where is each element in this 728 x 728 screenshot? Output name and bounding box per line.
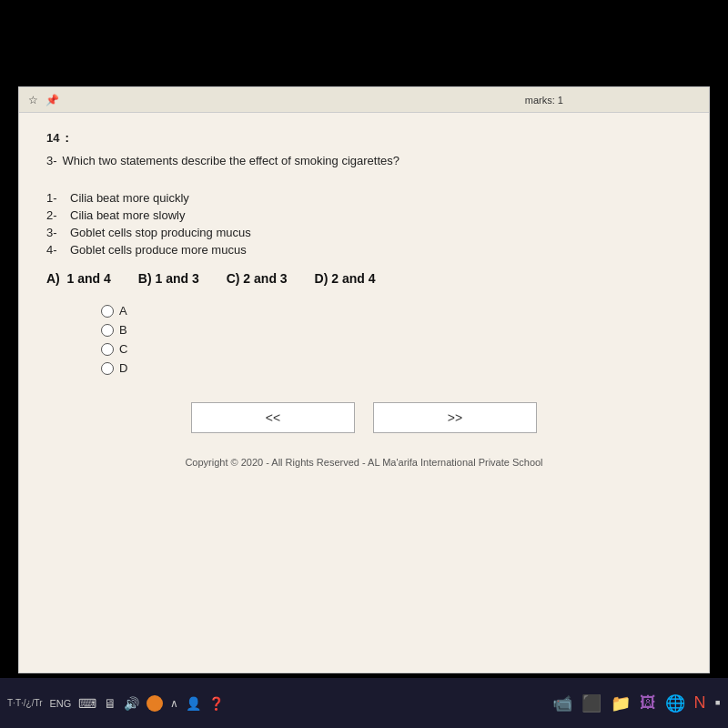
star-icon: ☆ — [28, 94, 38, 106]
help-icon: ❓ — [208, 696, 224, 711]
statement-2: 2- Cilia beat more slowly — [46, 208, 682, 222]
radio-circle-a[interactable] — [101, 305, 114, 318]
caret-icon: ∧ — [170, 697, 178, 710]
question-colon: : — [65, 131, 68, 145]
option-d-label: D) 2 and 4 — [315, 271, 376, 286]
statement-1: 1- Cilia beat more quickly — [46, 191, 682, 205]
prev-button[interactable]: << — [191, 402, 355, 433]
screen-container: ☆ 📌 marks: 1 14 : 3- Which two statement… — [18, 86, 710, 673]
option-a: A) 1 and 4 — [46, 271, 111, 286]
radio-label-d: D — [119, 361, 127, 375]
radio-circle-b[interactable] — [101, 324, 114, 337]
marks-label: marks: 1 — [525, 95, 563, 106]
video-icon: 📹 — [552, 693, 572, 713]
radio-d[interactable]: D — [101, 361, 682, 375]
circle-icon — [147, 695, 163, 712]
statements-list: 1- Cilia beat more quickly 2- Cilia beat… — [46, 191, 682, 257]
radio-c[interactable]: C — [101, 342, 682, 356]
person-icon: 👤 — [186, 696, 201, 711]
lang-indicator: ENG — [50, 698, 72, 709]
start-time: T·T·/¿/Tr — [7, 698, 43, 708]
radio-label-c: C — [119, 342, 127, 356]
option-d: D) 2 and 4 — [315, 271, 376, 286]
radio-circle-d[interactable] — [101, 362, 114, 375]
taskbar-right: 📹 ⬛ 📁 🖼 🌐 N ▪ — [552, 693, 721, 713]
option-a-label: A) 1 and 4 — [46, 271, 111, 286]
option-c: C) 2 and 3 — [227, 271, 288, 286]
question-header: 14 : — [46, 131, 682, 147]
statement-4-num: 4- — [46, 243, 65, 257]
taskbar: T·T·/¿/Tr ENG ⌨ 🖥 🔊 ∧ 👤 ❓ 📹 ⬛ 📁 🖼 🌐 N ▪ — [0, 678, 728, 728]
pin-icon: 📌 — [46, 94, 59, 106]
question-number: 14 — [46, 131, 59, 145]
radio-section: A B C D — [101, 304, 682, 375]
radio-circle-c[interactable] — [101, 343, 114, 356]
option-c-label: C) 2 and 3 — [227, 271, 288, 286]
radio-label-a: A — [119, 304, 127, 318]
statement-3: 3- Goblet cells stop producing mucus — [46, 226, 682, 239]
statement-3-text: Goblet cells stop producing mucus — [70, 226, 251, 239]
start-area: T·T·/¿/Tr — [7, 698, 43, 708]
top-bar: ☆ 📌 marks: 1 — [19, 87, 709, 113]
statement-4-text: Goblet cells produce more mucus — [70, 243, 247, 257]
option-b-label: B) 1 and 3 — [138, 271, 199, 286]
statement-1-num: 1- — [46, 191, 65, 205]
radio-b[interactable]: B — [101, 323, 682, 337]
copyright-text: Copyright © 2020 - All Rights Reserved -… — [46, 448, 682, 477]
statement-2-text: Cilia beat more slowly — [70, 208, 185, 222]
navigation-row: << >> — [46, 402, 682, 433]
top-bar-icons: ☆ 📌 — [28, 94, 59, 106]
next-button[interactable]: >> — [373, 402, 537, 433]
monitor-icon: 🖥 — [104, 696, 116, 711]
windows-icon: ⬛ — [581, 693, 602, 713]
image-icon: 🖼 — [640, 693, 656, 713]
netflix-icon: N — [694, 693, 706, 713]
extra-icon: ▪ — [715, 693, 721, 713]
edge-icon: 🌐 — [665, 693, 685, 713]
question-sub-number: 3- — [46, 154, 57, 167]
keyboard-icon: ⌨ — [78, 696, 96, 711]
statement-2-num: 2- — [46, 208, 65, 222]
answer-options-row: A) 1 and 4 B) 1 and 3 C) 2 and 3 D) 2 an… — [46, 271, 682, 286]
statement-1-text: Cilia beat more quickly — [70, 191, 189, 205]
folder-icon: 📁 — [611, 693, 631, 713]
question-text: Which two statements describe the effect… — [63, 154, 399, 167]
option-b: B) 1 and 3 — [138, 271, 199, 286]
main-content: 14 : 3- Which two statements describe th… — [19, 113, 709, 495]
radio-label-b: B — [119, 323, 127, 337]
radio-a[interactable]: A — [101, 304, 682, 318]
volume-icon: 🔊 — [124, 696, 139, 711]
statement-3-num: 3- — [46, 226, 65, 239]
statement-4: 4- Goblet cells produce more mucus — [46, 243, 682, 257]
